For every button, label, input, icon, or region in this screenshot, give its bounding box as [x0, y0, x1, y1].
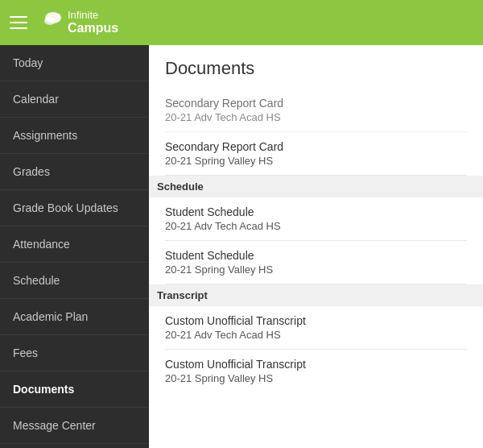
sidebar-item-attendance[interactable]: Attendance — [0, 226, 149, 263]
document-item[interactable]: Custom Unofficial Transcript20-21 Spring… — [165, 350, 467, 392]
app-header: Infinite Campus — [0, 0, 483, 45]
sidebar-item-grade-book-updates[interactable]: Grade Book Updates — [0, 190, 149, 226]
section-header-schedule: Schedule — [149, 176, 483, 197]
sidebar-item-calendar[interactable]: Calendar — [0, 81, 149, 118]
svg-point-1 — [44, 17, 56, 25]
sidebar: TodayCalendarAssignmentsGradesGrade Book… — [0, 45, 149, 448]
document-item[interactable]: Secondary Report Card20-21 Adv Tech Acad… — [165, 89, 467, 132]
document-title: Secondary Report Card — [165, 97, 467, 110]
sidebar-item-documents[interactable]: Documents — [0, 371, 149, 408]
sidebar-item-academic-plan[interactable]: Academic Plan — [0, 299, 149, 335]
sidebar-item-fees[interactable]: Fees — [0, 335, 149, 371]
document-subtitle: 20-21 Adv Tech Acad HS — [165, 329, 467, 341]
sidebar-item-more[interactable]: More — [0, 444, 149, 448]
document-item[interactable]: Student Schedule20-21 Spring Valley HS — [165, 241, 467, 284]
content-area: Documents Secondary Report Card20-21 Adv… — [149, 45, 483, 448]
section-header-transcript: Transcript — [149, 284, 483, 306]
document-subtitle: 20-21 Adv Tech Acad HS — [165, 220, 467, 232]
hamburger-menu-icon[interactable] — [10, 16, 27, 29]
sidebar-item-assignments[interactable]: Assignments — [0, 118, 149, 154]
sidebar-item-message-center[interactable]: Message Center — [0, 408, 149, 444]
sidebar-item-schedule[interactable]: Schedule — [0, 263, 149, 299]
sidebar-item-grades[interactable]: Grades — [0, 154, 149, 190]
document-item[interactable]: Secondary Report Card20-21 Spring Valley… — [165, 132, 467, 176]
document-subtitle: 20-21 Spring Valley HS — [165, 372, 467, 384]
document-title: Student Schedule — [165, 249, 467, 262]
document-subtitle: 20-21 Spring Valley HS — [165, 155, 467, 167]
logo-text: Infinite Campus — [68, 10, 118, 35]
page-title: Documents — [165, 58, 467, 79]
logo-area: Infinite Campus — [37, 10, 118, 35]
campus-logo-icon — [37, 10, 63, 35]
document-title: Custom Unofficial Transcript — [165, 314, 467, 327]
documents-list: Secondary Report Card20-21 Adv Tech Acad… — [165, 89, 467, 392]
document-title: Custom Unofficial Transcript — [165, 358, 467, 371]
document-title: Student Schedule — [165, 205, 467, 218]
main-area: TodayCalendarAssignmentsGradesGrade Book… — [0, 45, 483, 448]
document-subtitle: 20-21 Spring Valley HS — [165, 263, 467, 276]
svg-point-2 — [56, 14, 60, 19]
sidebar-item-today[interactable]: Today — [0, 45, 149, 81]
document-subtitle: 20-21 Adv Tech Acad HS — [165, 111, 467, 123]
document-title: Secondary Report Card — [165, 140, 467, 153]
document-item[interactable]: Student Schedule20-21 Adv Tech Acad HS — [165, 197, 467, 241]
document-item[interactable]: Custom Unofficial Transcript20-21 Adv Te… — [165, 306, 467, 350]
